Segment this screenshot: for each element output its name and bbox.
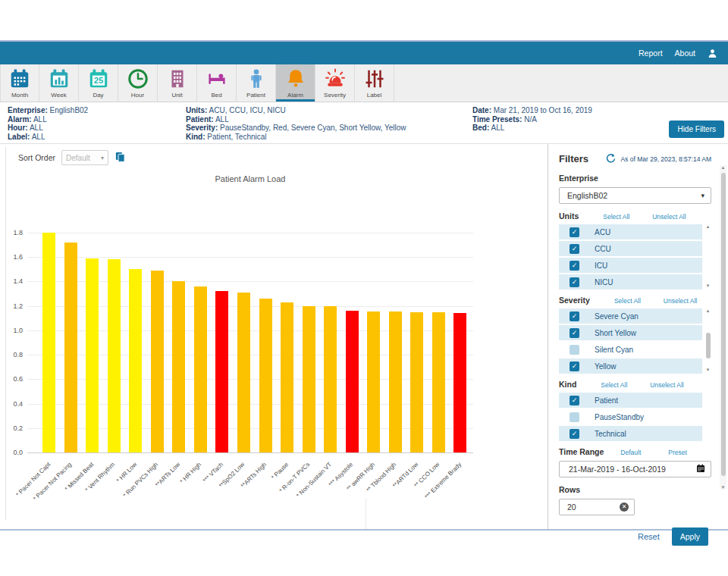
checkbox[interactable]: ✓ [570,277,579,287]
bar-r-on-t-pvcs[interactable] [303,306,315,452]
filter-option-row[interactable]: ✓Severe Cyan [559,308,702,324]
checkbox[interactable] [570,345,579,355]
tab-day[interactable]: 25 Day [79,64,118,102]
enterprise-select[interactable]: EnglishB02 ▾ [559,187,711,204]
severity-select-all-link[interactable]: Select All [614,297,641,305]
scroll-down-icon[interactable]: ▼ [704,283,711,288]
bar-non-sustain-vt[interactable] [324,306,337,452]
sort-order-value: Default [66,154,90,162]
bar-tblood-high[interactable] [389,311,402,452]
bar-pacer-not-pacing[interactable] [64,243,77,452]
units-select-all-link[interactable]: Select All [603,213,629,221]
bar-spo2-low[interactable] [237,293,250,452]
filters-panel-scrollbar[interactable]: ▲ ▼ [720,165,726,490]
bar-vent-rhythm[interactable] [108,259,121,452]
about-link[interactable]: About [675,49,695,58]
severity-siren-icon [324,67,347,90]
tab-unit[interactable]: Unit [158,64,197,102]
severity-unselect-all-link[interactable]: Unselect All [664,297,697,305]
bar-pacer-not-capt[interactable] [42,233,55,452]
bar-arts-high[interactable] [259,299,272,452]
scroll-down-icon[interactable]: ▼ [720,485,726,490]
filter-option-row[interactable]: ✓ICU [559,258,702,273]
apply-button[interactable]: Apply [672,527,708,546]
copy-icon[interactable] [115,151,126,165]
tab-hour[interactable]: Hour [118,64,158,102]
date-range-input[interactable]: 21-Mar-2019 - 16-Oct-2019 [559,461,711,477]
clear-icon[interactable]: ✕ [620,502,629,512]
enterprise-value: EnglishB02 [567,191,607,200]
bar-extreme-brady[interactable] [453,313,466,452]
main-area: Sort Order Default ▾ Patient Alarm Load … [0,144,728,529]
checkbox[interactable]: ✓ [570,429,579,439]
tab-bed[interactable]: Bed [197,64,237,102]
hide-filters-button[interactable]: Hide Filters [669,121,724,138]
bar-artd-low[interactable] [410,312,423,452]
refresh-icon[interactable] [605,153,617,164]
sort-order-select[interactable]: Default ▾ [61,150,108,165]
tab-month[interactable]: Month [0,64,39,102]
scrollbar-thumb[interactable] [706,333,711,358]
filter-option-row[interactable]: ✓Technical [559,426,702,441]
tab-patient[interactable]: Patient [237,64,276,102]
kind-label: Kind [559,380,576,389]
tab-label[interactable]: Label [355,64,394,102]
checkbox[interactable] [570,412,579,422]
filter-option-row[interactable]: ✓Patient [559,393,702,408]
bar-awrr-high[interactable] [367,311,380,452]
rows-input[interactable]: 20 ✕ [559,499,635,515]
summary-value: Mar 21, 2019 to Oct 16, 2019 [494,106,592,114]
filter-option-row[interactable]: PauseStandby [559,409,702,424]
checkbox[interactable]: ✓ [570,227,579,237]
filter-option-row[interactable]: Silent Cyan [559,342,702,357]
checkbox[interactable]: ✓ [570,244,579,254]
checkbox[interactable]: ✓ [570,396,579,405]
filter-option-row[interactable]: ✓ACU [559,224,702,239]
filter-option-row[interactable]: ✓NICU [559,274,702,290]
kind-select-all-link[interactable]: Select All [601,381,627,389]
tab-week[interactable]: Week [39,64,79,102]
severity-scrollbar[interactable]: ▲▼ [704,308,711,372]
calendar-icon[interactable] [696,462,705,476]
checkbox[interactable]: ✓ [570,328,579,338]
severity-label: Severity [559,296,590,305]
y-axis-tick-label: 0.6 [2,375,23,383]
bar-arts-low[interactable] [172,281,185,452]
reset-link[interactable]: Reset [638,532,660,541]
summary-label: Alarm: [8,115,32,124]
checkbox[interactable]: ✓ [570,362,579,371]
bar-vtach[interactable] [215,291,228,452]
scroll-up-icon[interactable]: ▲ [704,308,711,313]
tab-severity[interactable]: Severity [315,64,355,102]
bar-asystole[interactable] [346,311,359,452]
bar-missed-beat[interactable] [86,258,99,452]
scroll-down-icon[interactable]: ▼ [704,368,711,372]
filter-option-row[interactable]: ✓CCU [559,241,702,256]
user-icon[interactable] [708,49,717,58]
scrollbar-thumb[interactable] [721,173,726,476]
checkbox[interactable]: ✓ [570,261,579,271]
tab-alarm-label: Alarm [287,92,303,99]
label-sliders-icon [363,67,386,90]
scroll-up-icon[interactable]: ▲ [720,165,726,170]
bar-pause[interactable] [281,302,293,452]
summary-label: Bed: [472,124,489,132]
bar-cco-low[interactable] [432,312,445,452]
scroll-up-icon[interactable]: ▲ [704,224,711,229]
tab-alarm[interactable]: Alarm [276,64,315,102]
time-range-preset-link[interactable]: Preset [668,449,687,456]
bar-hr-high[interactable] [194,286,207,452]
report-link[interactable]: Report [639,49,663,58]
time-range-default-link[interactable]: Default [620,449,641,456]
summary-value: N/A [524,115,537,124]
kind-unselect-all-link[interactable]: Unselect All [650,381,683,389]
bar-hr-low[interactable] [129,269,142,452]
bar-run-pvcs-high[interactable] [151,271,164,452]
filter-option-row[interactable]: ✓Yellow [559,358,702,374]
svg-text:25: 25 [93,76,103,85]
filter-option-row[interactable]: ✓Short Yellow [559,325,702,340]
checkbox[interactable]: ✓ [570,311,579,321]
units-unselect-all-link[interactable]: Unselect All [652,213,686,221]
units-scrollbar[interactable]: ▲▼ [704,224,711,288]
sort-order-row: Sort Order Default ▾ [18,150,126,165]
